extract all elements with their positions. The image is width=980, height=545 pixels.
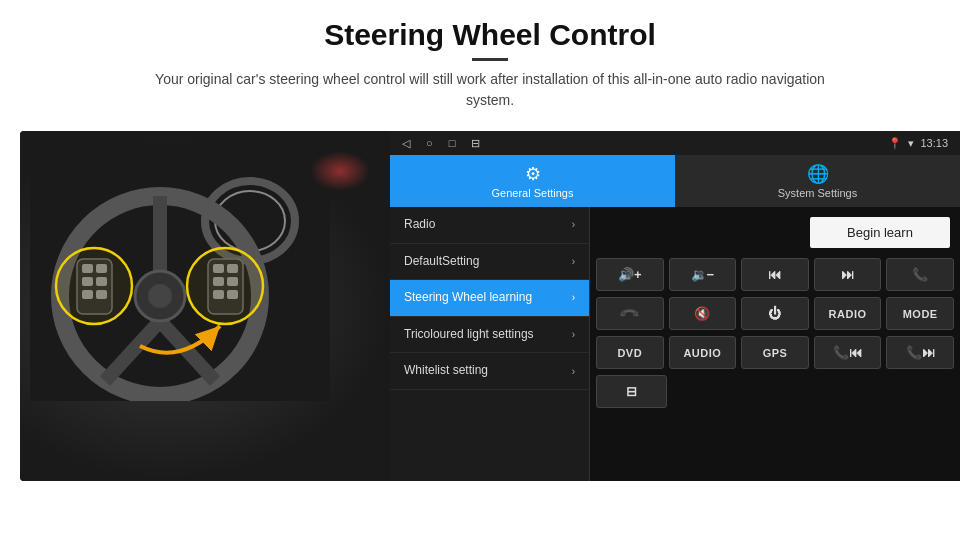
svg-point-23 [56, 248, 132, 324]
page-subtitle: Your original car's steering wheel contr… [140, 69, 840, 111]
time-display: 13:13 [920, 137, 948, 149]
menu-item-steering[interactable]: Steering Wheel learning › [390, 280, 589, 317]
home-icon: ○ [426, 137, 433, 150]
globe-icon: 🌐 [807, 163, 829, 185]
page-header: Steering Wheel Control Your original car… [0, 0, 980, 119]
menu-item-whitelist[interactable]: Whitelist setting › [390, 353, 589, 390]
next-track-button[interactable]: ⏭ [814, 258, 882, 291]
chevron-right-icon: › [572, 329, 575, 340]
menu-item-steering-label: Steering Wheel learning [404, 290, 532, 306]
tab-bar: ⚙ General Settings 🌐 System Settings [390, 155, 960, 207]
steering-wheel-background [20, 131, 390, 481]
chevron-right-icon: › [572, 219, 575, 230]
menu-list: Radio › DefaultSetting › Steering Wheel … [390, 207, 590, 481]
begin-learn-row: Begin learn [596, 213, 954, 252]
phone-icon: 📞 [912, 267, 928, 282]
right-panel: Begin learn 🔊+ 🔉− ⏮ [590, 207, 960, 481]
header-divider [472, 58, 508, 61]
tel-prev-button[interactable]: 📞⏮ [814, 336, 882, 369]
menu-item-default-label: DefaultSetting [404, 254, 479, 270]
mode-button[interactable]: MODE [886, 297, 954, 330]
tab-general-label: General Settings [492, 187, 574, 199]
power-button[interactable]: ⏻ [741, 297, 809, 330]
tel-next-button[interactable]: 📞⏭ [886, 336, 954, 369]
location-icon: 📍 [888, 137, 902, 150]
extra-icon: ⊟ [626, 384, 637, 399]
back-icon: ◁ [402, 137, 410, 150]
wifi-icon: ▾ [908, 137, 914, 150]
svg-point-24 [187, 248, 263, 324]
content-area: Radio › DefaultSetting › Steering Wheel … [390, 207, 960, 481]
gear-icon: ⚙ [525, 163, 541, 185]
begin-learn-button[interactable]: Begin learn [810, 217, 950, 248]
audio-button[interactable]: AUDIO [669, 336, 737, 369]
page-title: Steering Wheel Control [0, 18, 980, 52]
prev-track-button[interactable]: ⏮ [741, 258, 809, 291]
prev-icon: ⏮ [768, 267, 781, 282]
vol-down-icon: 🔉− [691, 267, 715, 282]
power-icon: ⏻ [768, 306, 781, 321]
svg-point-8 [148, 284, 172, 308]
menu-item-default[interactable]: DefaultSetting › [390, 244, 589, 281]
main-content: ◁ ○ □ ⊟ 📍 ▾ 13:13 ⚙ General Settings [0, 131, 980, 481]
menu-item-tricoloured-label: Tricoloured light settings [404, 327, 534, 343]
tab-system[interactable]: 🌐 System Settings [675, 155, 960, 207]
vol-down-button[interactable]: 🔉− [669, 258, 737, 291]
vol-up-icon: 🔊+ [618, 267, 642, 282]
radio-button[interactable]: RADIO [814, 297, 882, 330]
menu-item-tricoloured[interactable]: Tricoloured light settings › [390, 317, 589, 354]
recents-icon: □ [449, 137, 456, 150]
mode-label: MODE [903, 308, 938, 320]
controls-row-1: 🔊+ 🔉− ⏮ ⏭ 📞 [596, 258, 954, 291]
gps-button[interactable]: GPS [741, 336, 809, 369]
head-unit: ◁ ○ □ ⊟ 📍 ▾ 13:13 ⚙ General Settings [390, 131, 960, 481]
audio-label: AUDIO [683, 347, 721, 359]
controls-row-3: DVD AUDIO GPS 📞⏮ 📞⏭ [596, 336, 954, 369]
gps-label: GPS [763, 347, 788, 359]
dvd-label: DVD [617, 347, 642, 359]
extra-button[interactable]: ⊟ [596, 375, 667, 408]
page-container: Steering Wheel Control Your original car… [0, 0, 980, 481]
menu-item-radio[interactable]: Radio › [390, 207, 589, 244]
chevron-right-icon: › [572, 366, 575, 377]
steering-wheel-svg [30, 141, 310, 381]
menu-icon: ⊟ [471, 137, 480, 150]
next-icon: ⏭ [841, 267, 854, 282]
dvd-button[interactable]: DVD [596, 336, 664, 369]
radio-label: RADIO [829, 308, 867, 320]
menu-item-whitelist-label: Whitelist setting [404, 363, 488, 379]
controls-row-2: 📞 🔇 ⏻ RADIO MODE [596, 297, 954, 330]
status-bar-right: 📍 ▾ 13:13 [888, 137, 948, 150]
tel-prev-icon: 📞⏮ [833, 345, 862, 360]
hangup-button[interactable]: 📞 [596, 297, 664, 330]
hangup-icon: 📞 [619, 303, 641, 325]
controls-row-4: ⊟ [596, 375, 954, 408]
status-bar: ◁ ○ □ ⊟ 📍 ▾ 13:13 [390, 131, 960, 155]
chevron-right-icon: › [572, 256, 575, 267]
chevron-right-icon: › [572, 292, 575, 303]
vol-up-button[interactable]: 🔊+ [596, 258, 664, 291]
tel-next-icon: 📞⏭ [906, 345, 935, 360]
mute-button[interactable]: 🔇 [669, 297, 737, 330]
status-bar-left: ◁ ○ □ ⊟ [402, 137, 480, 150]
tab-general[interactable]: ⚙ General Settings [390, 155, 675, 207]
tab-system-label: System Settings [778, 187, 857, 199]
mute-icon: 🔇 [694, 306, 710, 321]
steering-wheel-area [20, 131, 390, 481]
phone-button[interactable]: 📞 [886, 258, 954, 291]
menu-item-radio-label: Radio [404, 217, 435, 233]
